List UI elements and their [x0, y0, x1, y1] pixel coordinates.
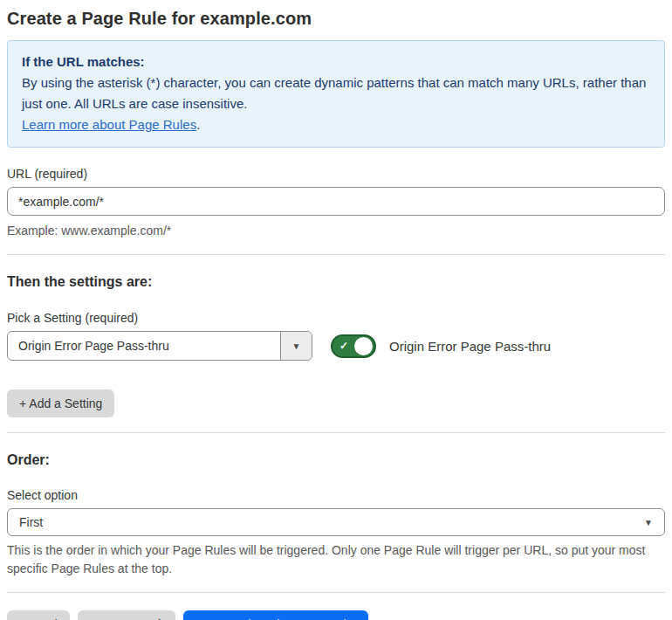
learn-more-link[interactable]: Learn more about Page Rules: [22, 117, 196, 132]
setting-row: Origin Error Page Pass-thru ▼ ✓ Origin E…: [7, 331, 665, 361]
setting-toggle-label: Origin Error Page Pass-thru: [389, 339, 551, 354]
info-box-body: By using the asterisk (*) character, you…: [22, 72, 650, 114]
save-draft-button[interactable]: Save as Draft: [78, 610, 176, 620]
check-icon: ✓: [339, 341, 348, 351]
settings-section-heading: Then the settings are:: [7, 274, 665, 290]
order-select-value: First: [19, 515, 43, 529]
add-setting-wrap: + Add a Setting: [7, 389, 665, 417]
order-select[interactable]: First ▼: [7, 508, 665, 536]
setting-dropdown-arrow-button[interactable]: ▼: [280, 332, 312, 360]
caret-down-icon: ▼: [644, 518, 653, 527]
info-link-line: Learn more about Page Rules.: [22, 114, 650, 135]
divider: [7, 592, 665, 593]
url-match-info-box: If the URL matches: By using the asteris…: [7, 40, 665, 148]
divider: [7, 254, 665, 255]
pick-setting-label: Pick a Setting (required): [7, 311, 665, 325]
save-deploy-button[interactable]: Save and Deploy Page Rule: [183, 610, 368, 620]
setting-dropdown[interactable]: Origin Error Page Pass-thru ▼: [7, 331, 312, 361]
select-option-label: Select option: [7, 488, 665, 502]
url-label: URL (required): [7, 167, 665, 181]
url-example-text: Example: www.example.com/*: [7, 222, 665, 239]
order-section-heading: Order:: [7, 452, 665, 468]
caret-down-icon: ▼: [292, 341, 301, 351]
info-box-heading: If the URL matches:: [22, 52, 650, 72]
page-title: Create a Page Rule for example.com: [7, 9, 665, 29]
setting-toggle[interactable]: ✓: [331, 334, 376, 358]
toggle-knob: [354, 337, 373, 355]
info-link-suffix: .: [196, 117, 200, 132]
footer-actions: Cancel Save as Draft Save and Deploy Pag…: [7, 610, 665, 620]
divider: [7, 432, 665, 433]
url-input[interactable]: [7, 187, 665, 216]
setting-dropdown-value: Origin Error Page Pass-thru: [8, 332, 280, 360]
cancel-button[interactable]: Cancel: [7, 610, 70, 620]
order-helper-text: This is the order in which your Page Rul…: [7, 541, 665, 577]
add-setting-button[interactable]: + Add a Setting: [7, 389, 114, 417]
